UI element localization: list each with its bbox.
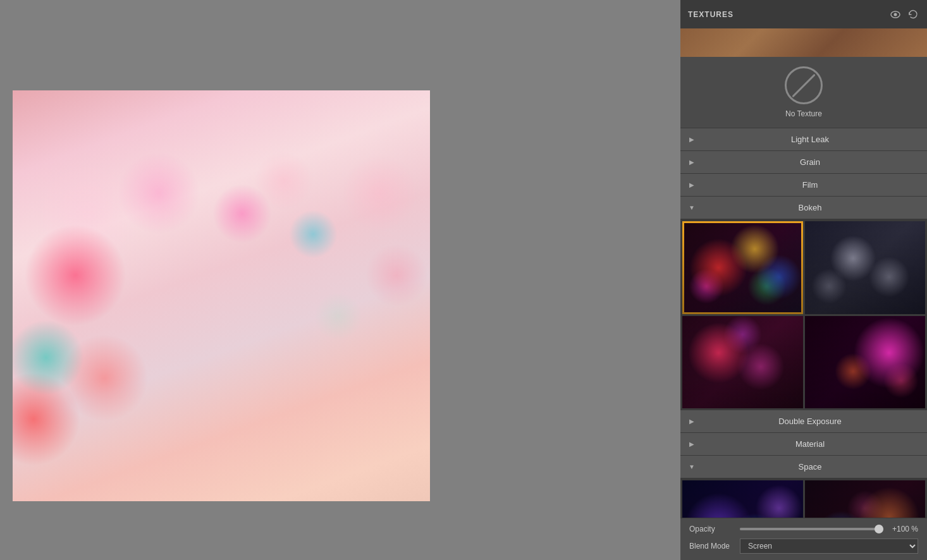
blend-mode-label: Blend Mode bbox=[689, 542, 740, 551]
space-thumb-2[interactable] bbox=[805, 480, 926, 518]
space-thumb-2-overlay bbox=[805, 480, 926, 518]
panel-header-icons bbox=[889, 8, 919, 21]
visibility-toggle-button[interactable] bbox=[889, 8, 902, 21]
bokeh-thumb-3-overlay bbox=[682, 316, 803, 409]
film-label: Film bbox=[701, 180, 919, 190]
film-arrow-icon bbox=[688, 181, 696, 189]
svg-point-1 bbox=[894, 13, 897, 16]
panel-scroll-area[interactable]: No Texture Light Leak Grain Film Bokeh bbox=[680, 57, 927, 518]
photo-canvas bbox=[13, 90, 430, 501]
space-thumb-1-overlay bbox=[682, 480, 803, 518]
bokeh-thumb-4-overlay bbox=[805, 316, 926, 409]
no-texture-icon bbox=[785, 66, 823, 104]
category-double-exposure[interactable]: Double Exposure bbox=[680, 410, 927, 433]
space-thumbnail-grid bbox=[680, 478, 927, 518]
double-exposure-label: Double Exposure bbox=[701, 417, 919, 426]
opacity-label: Opacity bbox=[689, 525, 740, 533]
opacity-slider-container[interactable] bbox=[740, 525, 883, 533]
reset-button[interactable] bbox=[907, 8, 919, 21]
category-bokeh[interactable]: Bokeh bbox=[680, 197, 927, 219]
opacity-slider-fill bbox=[740, 528, 883, 530]
panel-header: TEXTURES bbox=[680, 0, 927, 28]
no-texture-label: No Texture bbox=[785, 109, 822, 118]
opacity-slider-thumb[interactable] bbox=[875, 525, 883, 533]
bokeh-thumb-2-overlay bbox=[805, 221, 926, 314]
category-film[interactable]: Film bbox=[680, 174, 927, 197]
bokeh-thumb-3[interactable] bbox=[682, 316, 803, 409]
space-thumb-1[interactable] bbox=[682, 480, 803, 518]
light-leak-arrow-icon bbox=[688, 136, 696, 143]
category-material[interactable]: Material bbox=[680, 433, 927, 456]
no-texture-section[interactable]: No Texture bbox=[680, 57, 927, 128]
category-light-leak[interactable]: Light Leak bbox=[680, 128, 927, 151]
light-leak-label: Light Leak bbox=[701, 135, 919, 144]
bokeh-thumb-4[interactable] bbox=[805, 316, 926, 409]
blend-mode-select[interactable]: Screen Normal Multiply Overlay Soft Ligh… bbox=[740, 539, 918, 554]
bokeh-thumb-1[interactable] bbox=[682, 221, 803, 314]
main-canvas-area bbox=[0, 0, 680, 560]
panel-title: TEXTURES bbox=[688, 10, 734, 19]
blend-mode-control-row: Blend Mode Screen Normal Multiply Overla… bbox=[689, 539, 918, 554]
category-space[interactable]: Space bbox=[680, 456, 927, 478]
grain-label: Grain bbox=[701, 157, 919, 167]
bokeh-label: Bokeh bbox=[701, 203, 919, 212]
category-grain[interactable]: Grain bbox=[680, 151, 927, 174]
material-label: Material bbox=[701, 439, 919, 449]
space-label: Space bbox=[701, 462, 919, 472]
right-panel: TEXTURES No Texture bbox=[680, 0, 927, 560]
bokeh-arrow-icon bbox=[688, 204, 696, 212]
grain-arrow-icon bbox=[688, 159, 696, 166]
double-exposure-arrow-icon bbox=[688, 418, 696, 425]
material-arrow-icon bbox=[688, 441, 696, 448]
opacity-slider-track bbox=[740, 528, 883, 530]
texture-preview-bar bbox=[680, 28, 927, 57]
bokeh-thumb-1-overlay bbox=[682, 221, 803, 314]
opacity-control-row: Opacity +100 % bbox=[689, 525, 918, 533]
opacity-value: +100 % bbox=[890, 525, 918, 533]
photo-display bbox=[13, 90, 430, 501]
bokeh-thumbnail-grid bbox=[680, 219, 927, 410]
space-arrow-icon bbox=[688, 463, 696, 471]
bokeh-thumb-2[interactable] bbox=[805, 221, 926, 314]
bottom-controls: Opacity +100 % Blend Mode Screen Normal … bbox=[680, 518, 927, 560]
